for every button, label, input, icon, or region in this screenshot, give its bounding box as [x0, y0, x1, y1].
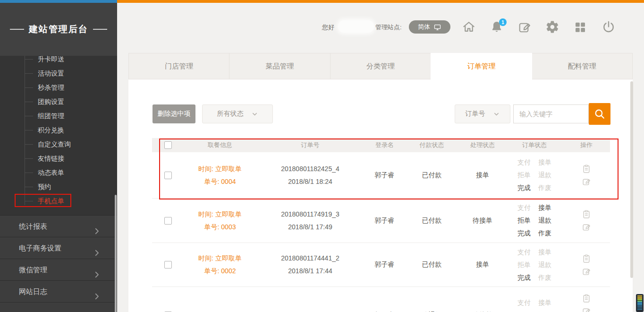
tab-store-management[interactable]: 门店管理 — [128, 53, 229, 79]
link-void[interactable]: 作废 — [538, 271, 551, 284]
link-complete[interactable]: 完成 — [517, 182, 531, 194]
col-pickup-info: 取餐信息 — [184, 141, 256, 149]
link-complete[interactable]: 完成 — [517, 271, 531, 284]
tab-category-management[interactable]: 分类管理 — [330, 53, 431, 79]
table-row: 时间: 立即取单单号: 0004 20180801182425_42018/8/… — [152, 152, 610, 199]
language-site-button[interactable]: 简体 — [409, 20, 450, 34]
search-button[interactable] — [589, 103, 610, 125]
mini-scroll-widget[interactable] — [636, 294, 644, 312]
link-complete[interactable]: 完成 — [517, 227, 531, 240]
payment-status: 已付款 — [405, 260, 459, 269]
gear-icon[interactable] — [545, 20, 559, 34]
order-number: 20180801182425_4 — [281, 163, 339, 175]
row-checkbox[interactable] — [164, 217, 172, 225]
col-actions: 操作 — [563, 141, 610, 149]
power-icon[interactable] — [602, 20, 616, 34]
order-status-links: 支付接单 拒单退款 完成作废 — [517, 201, 551, 240]
sidebar-item-friend-links[interactable]: 友情链接 — [0, 151, 117, 165]
sidebar-section-site-log[interactable]: 网站日志 — [0, 280, 117, 302]
link-accept[interactable]: 接单 — [538, 246, 551, 259]
order-date: 2018/8/1 17:44 — [288, 265, 332, 277]
sidebar-scrollbar-thumb[interactable] — [115, 195, 117, 312]
link-reject[interactable]: 拒单 — [517, 169, 531, 182]
chevron-down-icon — [493, 111, 500, 118]
sidebar-section-statistics[interactable]: 统计报表 — [0, 215, 117, 237]
widget-stripes-yellow — [637, 295, 642, 299]
grid-icon[interactable] — [573, 20, 587, 34]
sidebar-item-flash-sale[interactable]: 秒杀管理 — [0, 80, 117, 95]
search-type-select[interactable]: 订单号 — [455, 104, 510, 123]
link-pay[interactable]: 支付 — [517, 296, 531, 309]
sidebar-item-reservation[interactable]: 预约 — [0, 180, 117, 194]
sidebar-item-activity-settings[interactable]: 活动设置 — [0, 66, 117, 80]
compose-icon[interactable] — [517, 20, 532, 34]
order-status-links: 支付接单 拒单退款 完成作废 — [517, 296, 551, 312]
link-refund[interactable]: 退款 — [538, 214, 551, 227]
tab-dish-management[interactable]: 菜品管理 — [229, 53, 330, 79]
order-detail-icon[interactable] — [582, 254, 591, 263]
sidebar-item-custom-query[interactable]: 自定义查询 — [0, 137, 117, 151]
process-status: 接单 — [459, 171, 506, 180]
link-accept[interactable]: 接单 — [538, 201, 551, 214]
pickup-time: 时间: 立即取单 — [198, 163, 242, 175]
app-window: 建站管理后台 升卡即送 活动设置 秒杀管理 团购设置 组团管理 积分兑换 自定义… — [0, 0, 644, 312]
order-edit-icon[interactable] — [582, 222, 591, 232]
select-all-checkbox[interactable] — [164, 141, 172, 149]
sidebar-item-group-manage[interactable]: 组团管理 — [0, 109, 117, 123]
sidebar-section-wechat[interactable]: 微信管理 — [0, 259, 117, 280]
sidebar-item-dynamic-forms[interactable]: 动态表单 — [0, 165, 117, 180]
chevron-right-icon — [93, 266, 101, 274]
link-refund[interactable]: 退款 — [538, 259, 551, 271]
sidebar-item-mobile-ordering[interactable]: 手机点单 — [0, 194, 117, 208]
order-date: 2018/8/1 18:24 — [288, 175, 332, 188]
link-reject[interactable]: 拒单 — [517, 259, 531, 271]
row-checkbox[interactable] — [164, 172, 172, 179]
link-pay[interactable]: 支付 — [517, 246, 531, 259]
order-detail-icon[interactable] — [582, 294, 591, 303]
sidebar-section-ecommerce[interactable]: 电子商务设置 — [0, 237, 117, 259]
order-number: 20180801174441_2 — [281, 252, 339, 265]
link-reject[interactable]: 拒单 — [517, 214, 531, 227]
link-accept[interactable]: 接单 — [538, 296, 551, 309]
link-refund[interactable]: 退款 — [538, 309, 551, 312]
order-status-links: 支付接单 拒单退款 完成作废 — [517, 246, 551, 284]
section-label: 电子商务设置 — [19, 244, 61, 252]
delete-selected-button[interactable]: 删除选中项 — [153, 104, 195, 123]
link-void[interactable]: 作废 — [538, 182, 551, 194]
app-title: 建站管理后台 — [29, 23, 88, 35]
topbar-orange-segment — [117, 0, 644, 3]
link-accept[interactable]: 接单 — [538, 156, 551, 169]
link-void[interactable]: 作废 — [538, 227, 551, 240]
title-dash-right — [93, 29, 107, 30]
process-status: 接单 — [459, 260, 506, 269]
payment-status: 已付款 — [405, 171, 459, 180]
link-refund[interactable]: 退款 — [538, 169, 551, 182]
section-label: 网站日志 — [19, 287, 47, 295]
link-pay[interactable]: 支付 — [517, 201, 531, 214]
notification-badge: 1 — [499, 18, 507, 26]
monitor-icon — [433, 23, 441, 31]
col-process-status: 处理状态 — [459, 141, 506, 149]
pickup-time: 时间: 立即取单 — [198, 252, 242, 265]
process-status: 待接单 — [459, 217, 506, 225]
panel-scrollbar-thumb[interactable] — [630, 81, 633, 278]
sidebar-item-points-exchange[interactable]: 积分兑换 — [0, 123, 117, 137]
link-pay[interactable]: 支付 — [517, 156, 531, 169]
row-checkbox[interactable] — [164, 261, 172, 269]
order-edit-icon[interactable] — [582, 177, 591, 186]
keyword-search-input[interactable] — [513, 104, 589, 123]
login-name: 郭子睿 — [364, 217, 405, 225]
status-filter-select[interactable]: 所有状态 — [202, 104, 273, 123]
table-row: 时间: 立即取单 20180801174418_1 郭子睿 待退款 待接单 支付… — [152, 287, 610, 312]
tab-order-management[interactable]: 订单管理 — [431, 53, 532, 79]
pickup-ticket: 单号: 0003 — [204, 221, 236, 234]
order-edit-icon[interactable] — [582, 267, 591, 276]
home-icon[interactable] — [462, 20, 476, 34]
tab-ingredient-management[interactable]: 配料管理 — [532, 53, 633, 79]
order-detail-icon[interactable] — [582, 209, 591, 219]
order-detail-icon[interactable] — [582, 164, 591, 173]
order-edit-icon[interactable] — [582, 306, 591, 312]
col-login-name: 登录名 — [364, 141, 405, 149]
link-reject[interactable]: 拒单 — [517, 309, 531, 312]
sidebar-item-group-buy[interactable]: 团购设置 — [0, 95, 117, 109]
